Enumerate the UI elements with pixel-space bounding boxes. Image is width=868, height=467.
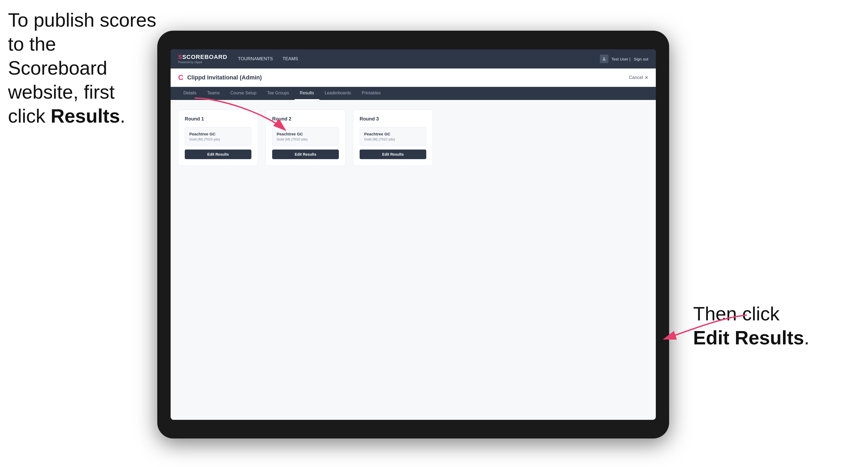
rounds-grid: Round 1 Peachtree GC Gold (M) (7010 yds)…	[178, 110, 648, 166]
tab-bar: Details Teams Course Setup Tee Groups Re…	[170, 87, 656, 100]
round-1-title: Round 1	[185, 116, 251, 122]
course-card-3: Peachtree GC Gold (M) (7010 yds)	[360, 127, 426, 146]
nav-logo-sub: Powered by clippd	[178, 61, 227, 64]
course-details-3: Gold (M) (7010 yds)	[364, 137, 422, 141]
edit-results-button-3[interactable]: Edit Results	[360, 150, 426, 159]
tournament-icon: C	[178, 73, 183, 82]
course-card-1: Peachtree GC Gold (M) (7010 yds)	[185, 127, 251, 146]
nav-teams[interactable]: TEAMS	[283, 55, 298, 63]
tablet-frame: SSCOREBOARD Powered by clippd TOURNAMENT…	[157, 31, 669, 438]
tablet-screen: SSCOREBOARD Powered by clippd TOURNAMENT…	[170, 49, 656, 420]
nav-logo: SSCOREBOARD Powered by clippd	[178, 54, 227, 64]
tab-details[interactable]: Details	[178, 87, 202, 100]
round-2-title: Round 2	[272, 116, 339, 122]
course-name-2: Peachtree GC	[277, 132, 334, 136]
round-card-2: Round 2 Peachtree GC Gold (M) (7010 yds)…	[266, 110, 345, 166]
tab-course-setup[interactable]: Course Setup	[225, 87, 262, 100]
edit-results-button-2[interactable]: Edit Results	[272, 150, 339, 159]
nav-right: Test User | Sign out	[600, 55, 648, 63]
tab-leaderboards[interactable]: Leaderboards	[319, 87, 356, 100]
cancel-button[interactable]: Cancel ✕	[629, 75, 648, 81]
tab-results[interactable]: Results	[294, 87, 319, 100]
round-3-title: Round 3	[360, 116, 426, 122]
nav-links: TOURNAMENTS TEAMS	[238, 55, 600, 63]
nav-avatar	[600, 55, 608, 63]
instruction-left: To publish scores to the Scoreboard webs…	[8, 8, 157, 128]
course-name-1: Peachtree GC	[189, 132, 247, 136]
navbar: SSCOREBOARD Powered by clippd TOURNAMENT…	[170, 49, 656, 68]
nav-user-text: Test User |	[612, 57, 630, 61]
close-icon: ✕	[645, 75, 648, 81]
tab-printables[interactable]: Printables	[356, 87, 386, 100]
course-details-2: Gold (M) (7010 yds)	[277, 137, 334, 141]
main-content: Round 1 Peachtree GC Gold (M) (7010 yds)…	[170, 100, 656, 420]
nav-logo-title: SSCOREBOARD	[178, 54, 227, 60]
user-icon	[602, 57, 607, 61]
nav-tournaments[interactable]: TOURNAMENTS	[238, 55, 273, 63]
edit-results-button-1[interactable]: Edit Results	[185, 150, 251, 159]
instruction-right: Then click Edit Results.	[693, 302, 809, 350]
round-card-1: Round 1 Peachtree GC Gold (M) (7010 yds)…	[178, 110, 258, 166]
nav-signout[interactable]: Sign out	[634, 57, 648, 61]
tournament-header: C Clippd Invitational (Admin) Cancel ✕	[170, 68, 656, 87]
tournament-title: Clippd Invitational (Admin)	[187, 74, 262, 81]
svg-point-0	[603, 57, 605, 59]
course-card-2: Peachtree GC Gold (M) (7010 yds)	[272, 127, 339, 146]
round-card-3: Round 3 Peachtree GC Gold (M) (7010 yds)…	[353, 110, 433, 166]
tab-tee-groups[interactable]: Tee Groups	[262, 87, 294, 100]
tab-teams[interactable]: Teams	[202, 87, 225, 100]
course-details-1: Gold (M) (7010 yds)	[189, 137, 247, 141]
course-name-3: Peachtree GC	[364, 132, 422, 136]
tournament-title-row: C Clippd Invitational (Admin)	[178, 73, 262, 82]
